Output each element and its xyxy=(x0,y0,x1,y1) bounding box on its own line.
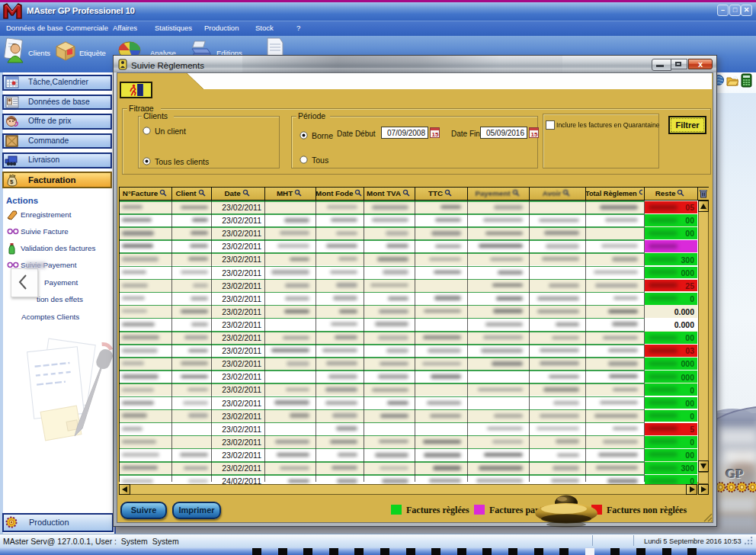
svg-text:15: 15 xyxy=(531,131,538,138)
svg-text:15: 15 xyxy=(432,131,439,138)
svg-text:$: $ xyxy=(10,178,14,185)
